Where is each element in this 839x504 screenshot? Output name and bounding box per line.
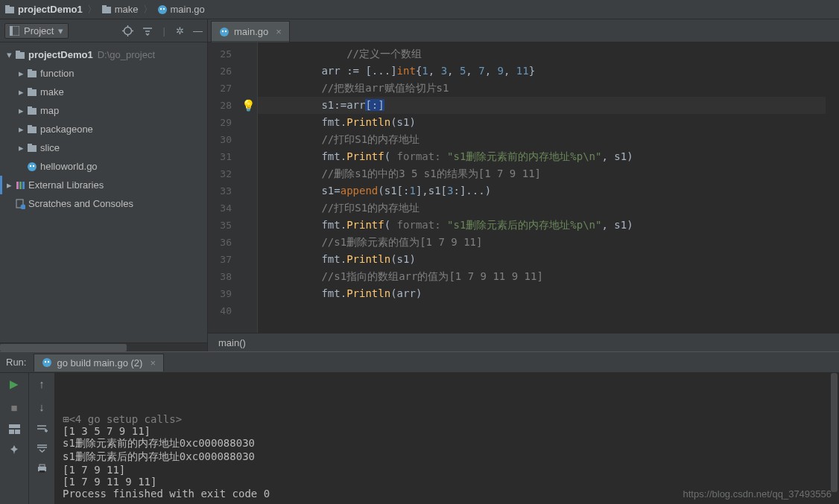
scrollbar-thumb[interactable]: [831, 373, 838, 492]
run-tab[interactable]: go build main.go (2) ×: [34, 354, 164, 371]
tree-item-label: function: [40, 68, 75, 79]
chevron-right-icon[interactable]: ▸: [16, 68, 25, 79]
collapse-all-icon[interactable]: [142, 25, 153, 36]
svg-point-5: [159, 7, 161, 9]
folder-icon: [27, 87, 40, 98]
svg-rect-48: [39, 465, 45, 467]
soft-wrap-icon[interactable]: [37, 424, 48, 433]
close-icon[interactable]: ×: [276, 26, 282, 37]
chevron-right-icon[interactable]: ▸: [4, 179, 13, 191]
tree-item-label: slice: [40, 142, 60, 153]
svg-rect-1: [5, 5, 10, 7]
svg-rect-2: [102, 7, 111, 13]
svg-point-39: [42, 358, 51, 367]
svg-rect-21: [28, 88, 32, 90]
scroll-end-icon[interactable]: [37, 444, 48, 453]
tree-root-path: D:\go_project: [98, 49, 155, 60]
svg-point-36: [220, 28, 229, 36]
breadcrumb-folder[interactable]: make: [115, 4, 139, 15]
rerun-icon[interactable]: ▶: [10, 377, 19, 391]
svg-rect-16: [16, 52, 25, 59]
svg-rect-42: [9, 424, 20, 428]
tree-file-hello[interactable]: helloworld.go: [0, 157, 207, 176]
svg-rect-19: [28, 69, 32, 71]
locate-icon[interactable]: [122, 25, 133, 36]
print-icon[interactable]: [37, 464, 48, 473]
editor-breadcrumb[interactable]: main(): [208, 333, 839, 351]
svg-point-6: [162, 7, 164, 9]
svg-point-29: [30, 165, 31, 166]
run-output[interactable]: ⊞<4 go setup calls>[1 3 5 7 9 11]s1删除元素前…: [55, 373, 839, 504]
chevron-right-icon[interactable]: ▸: [16, 124, 25, 135]
folder-icon: [15, 50, 28, 60]
editor-breadcrumb-label: main(): [218, 337, 246, 348]
up-icon[interactable]: ↑: [39, 377, 45, 390]
close-icon[interactable]: ×: [150, 357, 156, 369]
tree-folder[interactable]: ▸make: [0, 83, 207, 101]
go-file-icon: [27, 162, 40, 172]
gear-icon[interactable]: ✲: [176, 25, 184, 36]
svg-point-41: [48, 361, 49, 363]
svg-rect-20: [28, 89, 37, 96]
tree-scratches[interactable]: Scratches and Consoles: [0, 194, 207, 213]
scratches-icon: [15, 199, 28, 209]
scrollbar-thumb[interactable]: [0, 344, 127, 351]
tree-root[interactable]: ▾ projectDemo1 D:\go_project: [0, 45, 207, 64]
svg-point-4: [158, 5, 167, 14]
svg-rect-49: [39, 470, 45, 473]
editor-tab-label: main.go: [234, 26, 268, 37]
project-view-selector[interactable]: Project ▾: [4, 23, 69, 39]
go-file-icon: [42, 357, 52, 368]
folder-icon: [101, 4, 112, 15]
hide-icon[interactable]: —: [193, 25, 203, 36]
layout-icon[interactable]: [9, 424, 20, 434]
tree-folder[interactable]: ▸function: [0, 64, 207, 83]
run-header: Run: go build main.go (2) ×: [0, 352, 839, 373]
breadcrumb-file[interactable]: main.go: [171, 4, 205, 15]
tree-item-label: External Libraries: [28, 179, 104, 191]
separator: |: [163, 25, 165, 36]
breadcrumb-sep: 〉: [143, 3, 153, 16]
svg-point-9: [124, 27, 131, 34]
svg-rect-24: [28, 127, 37, 133]
svg-rect-23: [28, 106, 32, 109]
chevron-right-icon[interactable]: ▸: [16, 142, 25, 153]
chevron-right-icon[interactable]: ▸: [16, 105, 25, 116]
editor-tabbar: main.go ×: [208, 19, 839, 42]
tree-item-label: packageone: [40, 124, 93, 135]
project-tree[interactable]: ▾ projectDemo1 D:\go_project ▸function▸m…: [0, 42, 207, 342]
intention-bulb-icon[interactable]: 💡: [241, 99, 256, 112]
chevron-right-icon[interactable]: ▸: [16, 86, 25, 98]
breadcrumb-sep: 〉: [87, 3, 97, 16]
tree-folder[interactable]: ▸slice: [0, 138, 207, 157]
editor[interactable]: 25262728293031323334353637383940 💡 //定义一…: [208, 42, 839, 333]
svg-rect-18: [28, 71, 37, 77]
svg-rect-22: [28, 108, 37, 115]
sidebar-scrollbar[interactable]: [0, 342, 207, 351]
line-gutter: 25262728293031323334353637383940: [208, 42, 239, 333]
svg-point-38: [225, 30, 227, 31]
folder-icon: [27, 143, 40, 153]
svg-point-40: [45, 361, 46, 363]
pin-icon[interactable]: [9, 444, 19, 455]
libraries-icon: [15, 180, 28, 191]
project-view-label: Project: [24, 25, 54, 36]
tree-external-libraries[interactable]: ▸ External Libraries: [0, 176, 207, 194]
run-outer-toolbar: ▶ ■: [0, 373, 28, 504]
chevron-down-icon[interactable]: ▾: [4, 49, 13, 60]
tree-folder[interactable]: ▸packageone: [0, 120, 207, 138]
svg-rect-33: [22, 182, 25, 189]
code-area[interactable]: //定义一个数组 arr := [...]int{1, 3, 5, 7, 9, …: [258, 42, 839, 333]
breadcrumb-project[interactable]: projectDemo1: [18, 4, 83, 15]
down-icon[interactable]: ↓: [39, 401, 45, 413]
stop-icon[interactable]: ■: [10, 401, 17, 414]
folder-icon: [27, 106, 40, 116]
svg-rect-27: [28, 144, 32, 146]
run-tab-label: go build main.go (2): [57, 357, 142, 369]
tree-folder[interactable]: ▸map: [0, 101, 207, 120]
go-file-icon: [157, 4, 168, 15]
editor-tab-main[interactable]: main.go ×: [211, 21, 290, 42]
svg-rect-8: [10, 26, 13, 36]
svg-point-37: [222, 30, 224, 31]
svg-rect-32: [19, 182, 22, 189]
